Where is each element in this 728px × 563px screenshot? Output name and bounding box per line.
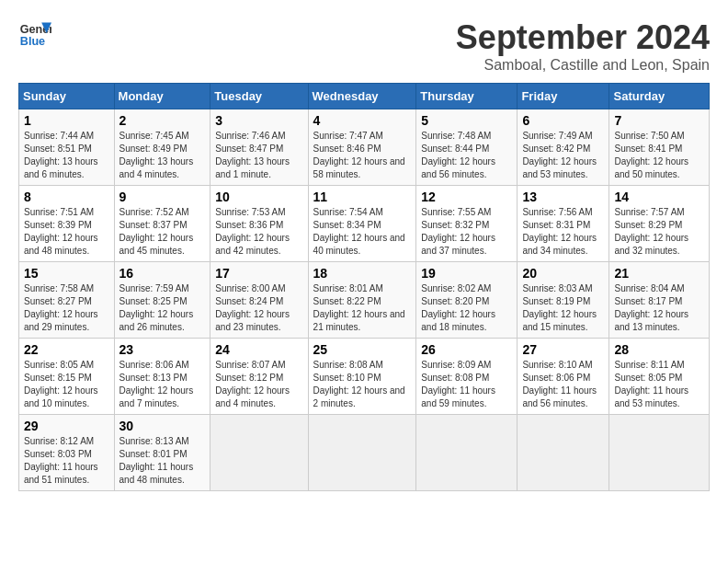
calendar-cell bbox=[308, 415, 416, 491]
day-number: 8 bbox=[24, 190, 109, 204]
day-info: Sunrise: 7:47 AMSunset: 8:46 PMDaylight:… bbox=[313, 131, 405, 179]
day-number: 2 bbox=[119, 113, 206, 128]
day-info: Sunrise: 7:59 AMSunset: 8:25 PMDaylight:… bbox=[119, 283, 194, 332]
weekday-header-row: SundayMondayTuesdayWednesdayThursdayFrid… bbox=[19, 84, 710, 109]
weekday-header: Monday bbox=[114, 84, 210, 109]
weekday-header: Wednesday bbox=[308, 84, 416, 109]
calendar-cell bbox=[416, 415, 518, 491]
day-number: 29 bbox=[24, 419, 109, 433]
day-info: Sunrise: 8:01 AMSunset: 8:22 PMDaylight:… bbox=[313, 283, 405, 332]
calendar-cell: 24 Sunrise: 8:07 AMSunset: 8:12 PMDaylig… bbox=[210, 339, 308, 415]
svg-text:Blue: Blue bbox=[20, 35, 45, 48]
day-number: 18 bbox=[313, 266, 412, 281]
day-number: 7 bbox=[614, 113, 704, 128]
logo-icon: General Blue bbox=[18, 18, 51, 52]
day-number: 9 bbox=[119, 190, 206, 204]
calendar-cell: 17 Sunrise: 8:00 AMSunset: 8:24 PMDaylig… bbox=[210, 262, 308, 339]
day-info: Sunrise: 7:45 AMSunset: 8:49 PMDaylight:… bbox=[119, 131, 194, 179]
calendar-cell: 10 Sunrise: 7:53 AMSunset: 8:36 PMDaylig… bbox=[210, 186, 308, 262]
calendar-cell: 21 Sunrise: 8:04 AMSunset: 8:17 PMDaylig… bbox=[609, 262, 710, 339]
calendar-cell: 28 Sunrise: 8:11 AMSunset: 8:05 PMDaylig… bbox=[609, 339, 710, 415]
day-info: Sunrise: 8:13 AMSunset: 8:01 PMDaylight:… bbox=[119, 436, 194, 485]
calendar-cell: 11 Sunrise: 7:54 AMSunset: 8:34 PMDaylig… bbox=[308, 186, 416, 262]
day-number: 15 bbox=[24, 266, 109, 281]
day-number: 22 bbox=[24, 342, 109, 357]
weekday-header: Sunday bbox=[19, 84, 115, 109]
day-info: Sunrise: 7:52 AMSunset: 8:37 PMDaylight:… bbox=[119, 207, 194, 256]
calendar-cell: 20 Sunrise: 8:03 AMSunset: 8:19 PMDaylig… bbox=[518, 262, 609, 339]
calendar-week-row: 22 Sunrise: 8:05 AMSunset: 8:15 PMDaylig… bbox=[19, 339, 710, 415]
calendar-cell: 30 Sunrise: 8:13 AMSunset: 8:01 PMDaylig… bbox=[114, 415, 210, 491]
day-number: 23 bbox=[119, 342, 206, 357]
calendar-cell: 15 Sunrise: 7:58 AMSunset: 8:27 PMDaylig… bbox=[19, 262, 115, 339]
day-info: Sunrise: 8:02 AMSunset: 8:20 PMDaylight:… bbox=[421, 283, 495, 332]
day-number: 27 bbox=[522, 342, 604, 357]
calendar-cell bbox=[609, 415, 710, 491]
day-info: Sunrise: 8:08 AMSunset: 8:10 PMDaylight:… bbox=[313, 360, 405, 408]
day-number: 19 bbox=[421, 266, 512, 281]
day-number: 12 bbox=[421, 190, 512, 204]
day-info: Sunrise: 7:57 AMSunset: 8:29 PMDaylight:… bbox=[614, 207, 688, 256]
calendar-cell: 18 Sunrise: 8:01 AMSunset: 8:22 PMDaylig… bbox=[308, 262, 416, 339]
day-number: 4 bbox=[313, 113, 412, 128]
weekday-header: Friday bbox=[518, 84, 609, 109]
calendar-cell: 25 Sunrise: 8:08 AMSunset: 8:10 PMDaylig… bbox=[308, 339, 416, 415]
calendar-cell: 23 Sunrise: 8:06 AMSunset: 8:13 PMDaylig… bbox=[114, 339, 210, 415]
calendar-cell: 26 Sunrise: 8:09 AMSunset: 8:08 PMDaylig… bbox=[416, 339, 518, 415]
calendar-table: SundayMondayTuesdayWednesdayThursdayFrid… bbox=[18, 83, 710, 491]
calendar-cell: 12 Sunrise: 7:55 AMSunset: 8:32 PMDaylig… bbox=[416, 186, 518, 262]
day-info: Sunrise: 8:10 AMSunset: 8:06 PMDaylight:… bbox=[522, 360, 597, 408]
calendar-week-row: 15 Sunrise: 7:58 AMSunset: 8:27 PMDaylig… bbox=[19, 262, 710, 339]
day-number: 24 bbox=[215, 342, 302, 357]
calendar-cell: 4 Sunrise: 7:47 AMSunset: 8:46 PMDayligh… bbox=[308, 109, 416, 186]
day-info: Sunrise: 7:49 AMSunset: 8:42 PMDaylight:… bbox=[522, 131, 597, 179]
calendar-cell: 6 Sunrise: 7:49 AMSunset: 8:42 PMDayligh… bbox=[518, 109, 609, 186]
calendar-cell: 9 Sunrise: 7:52 AMSunset: 8:37 PMDayligh… bbox=[114, 186, 210, 262]
day-info: Sunrise: 7:51 AMSunset: 8:39 PMDaylight:… bbox=[24, 207, 98, 256]
calendar-cell: 22 Sunrise: 8:05 AMSunset: 8:15 PMDaylig… bbox=[19, 339, 115, 415]
calendar-week-row: 1 Sunrise: 7:44 AMSunset: 8:51 PMDayligh… bbox=[19, 109, 710, 186]
logo: General Blue bbox=[18, 18, 51, 52]
day-number: 10 bbox=[215, 190, 302, 204]
calendar-week-row: 8 Sunrise: 7:51 AMSunset: 8:39 PMDayligh… bbox=[19, 186, 710, 262]
day-info: Sunrise: 8:11 AMSunset: 8:05 PMDaylight:… bbox=[614, 360, 688, 408]
day-number: 16 bbox=[119, 266, 206, 281]
calendar-cell: 2 Sunrise: 7:45 AMSunset: 8:49 PMDayligh… bbox=[114, 109, 210, 186]
day-info: Sunrise: 8:04 AMSunset: 8:17 PMDaylight:… bbox=[614, 283, 688, 332]
day-info: Sunrise: 7:56 AMSunset: 8:31 PMDaylight:… bbox=[522, 207, 597, 256]
calendar-cell: 1 Sunrise: 7:44 AMSunset: 8:51 PMDayligh… bbox=[19, 109, 115, 186]
calendar-cell: 27 Sunrise: 8:10 AMSunset: 8:06 PMDaylig… bbox=[518, 339, 609, 415]
day-info: Sunrise: 8:00 AMSunset: 8:24 PMDaylight:… bbox=[215, 283, 290, 332]
day-number: 1 bbox=[24, 113, 109, 128]
calendar-cell: 7 Sunrise: 7:50 AMSunset: 8:41 PMDayligh… bbox=[609, 109, 710, 186]
day-number: 25 bbox=[313, 342, 412, 357]
calendar-cell: 19 Sunrise: 8:02 AMSunset: 8:20 PMDaylig… bbox=[416, 262, 518, 339]
header: General Blue September 2024 Samboal, Cas… bbox=[18, 18, 710, 74]
calendar-cell bbox=[518, 415, 609, 491]
day-info: Sunrise: 7:58 AMSunset: 8:27 PMDaylight:… bbox=[24, 283, 98, 332]
day-number: 28 bbox=[614, 342, 704, 357]
calendar-week-row: 29 Sunrise: 8:12 AMSunset: 8:03 PMDaylig… bbox=[19, 415, 710, 491]
calendar-cell: 14 Sunrise: 7:57 AMSunset: 8:29 PMDaylig… bbox=[609, 186, 710, 262]
weekday-header: Saturday bbox=[609, 84, 710, 109]
day-info: Sunrise: 7:46 AMSunset: 8:47 PMDaylight:… bbox=[215, 131, 290, 179]
day-info: Sunrise: 8:05 AMSunset: 8:15 PMDaylight:… bbox=[24, 360, 98, 408]
day-number: 5 bbox=[421, 113, 512, 128]
calendar-cell bbox=[210, 415, 308, 491]
day-number: 21 bbox=[614, 266, 704, 281]
main-title: September 2024 bbox=[456, 18, 710, 57]
day-number: 6 bbox=[522, 113, 604, 128]
calendar-cell: 5 Sunrise: 7:48 AMSunset: 8:44 PMDayligh… bbox=[416, 109, 518, 186]
calendar-cell: 29 Sunrise: 8:12 AMSunset: 8:03 PMDaylig… bbox=[19, 415, 115, 491]
day-number: 17 bbox=[215, 266, 302, 281]
calendar-cell: 3 Sunrise: 7:46 AMSunset: 8:47 PMDayligh… bbox=[210, 109, 308, 186]
day-number: 11 bbox=[313, 190, 412, 204]
calendar-cell: 16 Sunrise: 7:59 AMSunset: 8:25 PMDaylig… bbox=[114, 262, 210, 339]
day-info: Sunrise: 8:07 AMSunset: 8:12 PMDaylight:… bbox=[215, 360, 290, 408]
subtitle: Samboal, Castille and Leon, Spain bbox=[456, 57, 710, 74]
day-info: Sunrise: 7:53 AMSunset: 8:36 PMDaylight:… bbox=[215, 207, 290, 256]
day-info: Sunrise: 8:06 AMSunset: 8:13 PMDaylight:… bbox=[119, 360, 194, 408]
day-info: Sunrise: 8:09 AMSunset: 8:08 PMDaylight:… bbox=[421, 360, 495, 408]
weekday-header: Thursday bbox=[416, 84, 518, 109]
calendar-cell: 13 Sunrise: 7:56 AMSunset: 8:31 PMDaylig… bbox=[518, 186, 609, 262]
